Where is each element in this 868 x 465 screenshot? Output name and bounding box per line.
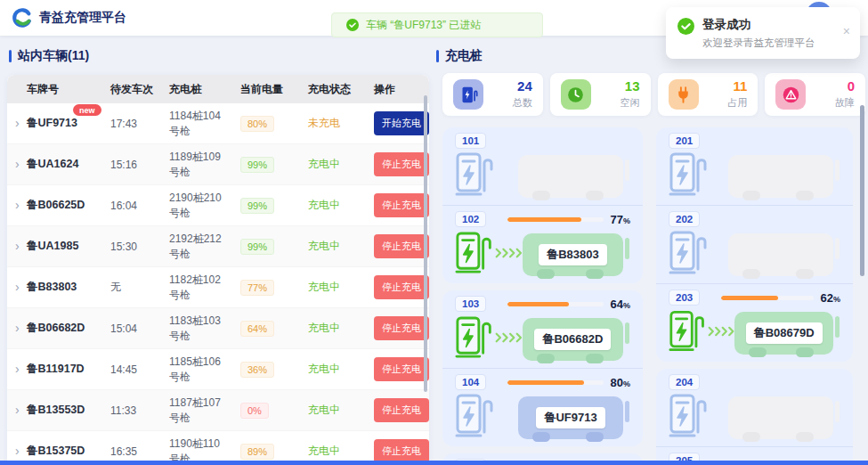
stat-value: 11 bbox=[727, 79, 747, 94]
pile-stat-card: 0故障 bbox=[765, 73, 865, 116]
charging-pile-icon bbox=[669, 151, 708, 198]
table-row: ›鲁B06625D16:042190桩210号枪99%充电中停止充电 bbox=[7, 185, 429, 226]
charge-status: 充电中 bbox=[308, 280, 374, 295]
bus-graphic bbox=[728, 233, 833, 276]
station-entry-toast: 车辆 “鲁UF9713” 已进站 bbox=[331, 12, 543, 37]
row-expand-icon[interactable]: › bbox=[15, 280, 20, 294]
pile-gun-name: 1182桩102号枪 bbox=[169, 273, 240, 303]
stop-charge-button[interactable]: 停止充电 bbox=[374, 152, 429, 176]
login-toast-title: 登录成功 bbox=[702, 17, 815, 33]
vehicle-plate: 鲁UA1985 bbox=[27, 240, 78, 252]
charge-status: 充电中 bbox=[308, 198, 374, 213]
table-row: ›鲁UF9713new17:431184桩104号枪80%未充电开始充电 bbox=[7, 103, 429, 144]
table-row: ›鲁UA162415:161189桩109号枪99%充电中停止充电 bbox=[7, 144, 429, 185]
gun-number-badge: 202 bbox=[669, 211, 700, 227]
stop-charge-button[interactable]: 停止充电 bbox=[374, 275, 429, 299]
title-accent-bar bbox=[436, 50, 439, 62]
bus-graphic: 鲁B08679D bbox=[734, 312, 833, 355]
piles-scrollbar-track[interactable] bbox=[860, 105, 864, 458]
battery-progress-bar bbox=[507, 380, 603, 385]
vehicle-plate: 鲁B13553D bbox=[27, 404, 85, 416]
gun-number-badge: 201 bbox=[669, 133, 700, 149]
stop-charge-button[interactable]: 停止充电 bbox=[374, 316, 429, 340]
bus-graphic: 鲁B83803 bbox=[523, 233, 623, 276]
pile-column-2: 20120220362%鲁B08679D204205 bbox=[656, 127, 853, 465]
pile-card: 10110277%鲁B83803 bbox=[442, 127, 643, 283]
start-charge-button[interactable]: 开始充电 bbox=[374, 111, 429, 135]
battery-badge: 0% bbox=[240, 403, 269, 419]
stop-charge-button[interactable]: 停止充电 bbox=[374, 234, 429, 258]
row-expand-icon[interactable]: › bbox=[15, 198, 20, 212]
charging-slot: 204 bbox=[656, 369, 853, 446]
table-scrollbar[interactable] bbox=[424, 95, 427, 392]
pile-card: 204205 bbox=[656, 369, 853, 465]
charge-status: 充电中 bbox=[308, 403, 374, 418]
row-expand-icon[interactable]: › bbox=[15, 362, 20, 376]
battery-badge: 99% bbox=[240, 198, 274, 214]
stop-charge-button[interactable]: 停止充电 bbox=[374, 193, 429, 217]
charging-arrows-icon bbox=[495, 330, 523, 345]
battery-percent: 80% bbox=[611, 376, 630, 389]
pile-gun-name: 2190桩210号枪 bbox=[169, 191, 240, 221]
charge-status: 未充电 bbox=[308, 116, 374, 131]
charging-slot: 10277%鲁B83803 bbox=[442, 205, 643, 283]
vehicle-plate: 鲁B06625D bbox=[27, 199, 85, 211]
row-expand-icon[interactable]: › bbox=[15, 403, 20, 417]
stop-charge-button[interactable]: 停止充电 bbox=[374, 398, 429, 422]
charging-arrows-icon bbox=[708, 324, 734, 339]
charging-station-icon bbox=[459, 86, 478, 104]
row-expand-icon[interactable]: › bbox=[15, 157, 20, 171]
vehicle-plate: 鲁UF9713 bbox=[27, 117, 77, 129]
table-row: ›鲁B11917D14:451185桩106号枪36%充电中停止充电 bbox=[7, 349, 429, 390]
charging-pile-icon bbox=[455, 314, 492, 361]
vehicles-table: 车牌号待发车次充电桩当前电量充电状态操作 ›鲁UF9713new17:43118… bbox=[7, 75, 429, 465]
next-trip-time: 17:43 bbox=[110, 118, 169, 130]
row-expand-icon[interactable]: › bbox=[15, 444, 20, 458]
stop-charge-button[interactable]: 停止充电 bbox=[374, 357, 429, 381]
row-expand-icon[interactable]: › bbox=[15, 239, 20, 253]
column-header: 待发车次 bbox=[110, 82, 169, 97]
charge-status: 充电中 bbox=[308, 321, 374, 336]
charging-pile-icon bbox=[455, 151, 494, 198]
next-trip-time: 16:04 bbox=[110, 200, 169, 212]
vehicle-plate: 鲁B06682D bbox=[27, 322, 85, 334]
bus-plate: 鲁UF9713 bbox=[536, 407, 604, 428]
pile-stat-card: 13空闲 bbox=[550, 73, 651, 116]
gun-number-badge: 204 bbox=[669, 374, 700, 390]
battery-progress-bar bbox=[507, 217, 603, 222]
column-header: 操作 bbox=[374, 82, 429, 97]
gun-number-badge: 104 bbox=[455, 374, 486, 390]
battery-badge: 99% bbox=[240, 239, 274, 255]
next-trip-time: 14:45 bbox=[110, 363, 169, 376]
battery-badge: 36% bbox=[240, 362, 274, 378]
charging-pile-icon bbox=[669, 393, 708, 439]
row-expand-icon[interactable]: › bbox=[15, 321, 20, 335]
gun-number-badge: 101 bbox=[455, 133, 486, 149]
column-header: 当前电量 bbox=[240, 82, 308, 97]
bus-plate: 鲁B83803 bbox=[539, 244, 607, 265]
success-check-icon bbox=[677, 18, 694, 35]
pile-gun-name: 1185桩106号枪 bbox=[169, 355, 240, 385]
success-check-icon bbox=[346, 19, 359, 31]
battery-progress-bar bbox=[721, 296, 813, 300]
pile-gun-name: 1189桩109号枪 bbox=[169, 150, 240, 180]
battery-badge: 64% bbox=[240, 321, 274, 337]
stat-value: 0 bbox=[835, 79, 855, 94]
stop-charge-button[interactable]: 停止充电 bbox=[374, 439, 429, 463]
battery-badge: 80% bbox=[240, 116, 274, 132]
app-title: 青益充管理平台 bbox=[39, 10, 126, 26]
charging-pile-icon bbox=[669, 308, 705, 355]
charging-slot: 202 bbox=[656, 205, 853, 283]
stat-label: 故障 bbox=[835, 96, 855, 110]
charging-pile-icon bbox=[455, 393, 494, 439]
charge-status: 充电中 bbox=[308, 239, 374, 254]
close-icon[interactable]: × bbox=[843, 25, 850, 37]
bus-graphic: 鲁UF9713 bbox=[518, 396, 623, 439]
vehicle-plate: 鲁B11917D bbox=[27, 363, 85, 375]
bus-graphic bbox=[728, 396, 833, 439]
pile-stat-card: 24总数 bbox=[442, 73, 543, 116]
row-expand-icon[interactable]: › bbox=[15, 116, 20, 130]
battery-percent: 64% bbox=[611, 298, 630, 311]
piles-scrollbar-thumb[interactable] bbox=[860, 105, 864, 276]
charge-status: 充电中 bbox=[308, 362, 374, 377]
